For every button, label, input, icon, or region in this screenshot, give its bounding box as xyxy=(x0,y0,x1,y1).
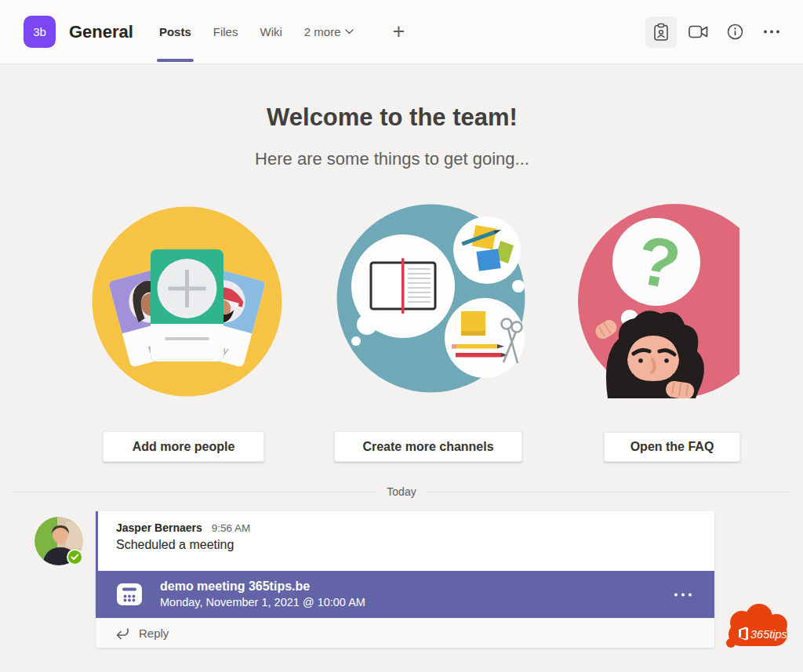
tab-more-tabs[interactable]: 2 more xyxy=(302,0,357,64)
tab-bar: Posts Files Wiki 2 more + xyxy=(157,0,405,64)
calendar-icon xyxy=(116,582,143,607)
info-icon xyxy=(727,24,743,40)
add-people-illustration: Maxine ky xyxy=(91,205,283,398)
tab-more-label: 2 more xyxy=(304,25,341,38)
message-card: Jasper Bernaers 9:56 AM Scheduled a meet… xyxy=(96,511,714,648)
channel-info-button[interactable] xyxy=(719,16,750,48)
teams-channel-view: 3b General Posts Files Wiki 2 more + xyxy=(0,0,803,672)
more-options-button[interactable] xyxy=(756,16,787,48)
welcome-subtitle: Here are some things to get going... xyxy=(0,149,784,169)
message-author[interactable]: Jasper Bernaers xyxy=(116,521,202,534)
ellipsis-icon xyxy=(674,593,692,597)
id-badge-icon xyxy=(653,23,669,42)
team-avatar[interactable]: 3b xyxy=(24,16,56,48)
reply-button[interactable]: Reply xyxy=(96,618,714,648)
faq-illustration: ? xyxy=(578,204,739,398)
header-actions xyxy=(645,16,787,48)
date-divider-label: Today xyxy=(387,485,416,498)
divider-line xyxy=(14,492,376,492)
status-available-icon xyxy=(67,549,83,565)
message-body: Scheduled a meeting xyxy=(116,538,702,552)
welcome-title: Welcome to the team! xyxy=(0,104,784,132)
add-more-people-button[interactable]: Add more people xyxy=(103,431,264,462)
message-timestamp: 9:56 AM xyxy=(212,522,251,534)
message-main[interactable]: Jasper Bernaers 9:56 AM Scheduled a meet… xyxy=(96,511,714,571)
365tips-logo: 365tips xyxy=(720,604,794,649)
date-divider: Today xyxy=(14,485,789,499)
create-more-channels-button[interactable]: Create more channels xyxy=(334,431,522,462)
meet-now-button[interactable] xyxy=(682,16,714,48)
meeting-datetime: Monday, November 1, 2021 @ 10:00 AM xyxy=(160,595,365,611)
tab-posts-label: Posts xyxy=(159,25,191,38)
meeting-card[interactable]: demo meeting 365tips.be Monday, November… xyxy=(96,571,714,618)
channel-title: General xyxy=(69,22,133,42)
add-tab-button[interactable]: + xyxy=(392,21,405,42)
chevron-down-icon xyxy=(345,29,354,35)
video-camera-icon xyxy=(689,25,708,38)
channel-header: 3b General Posts Files Wiki 2 more + xyxy=(0,0,803,64)
open-faq-button[interactable]: Open the FAQ xyxy=(604,432,740,462)
meeting-more-button[interactable] xyxy=(670,571,696,618)
meeting-title: demo meeting 365tips.be xyxy=(160,578,365,595)
divider-line xyxy=(427,492,789,492)
watermark-label: 365tips xyxy=(750,628,787,641)
tab-files[interactable]: Files xyxy=(211,0,241,64)
tab-files-label: Files xyxy=(213,25,238,38)
tab-wiki[interactable]: Wiki xyxy=(257,0,284,64)
roster-button[interactable] xyxy=(645,16,677,48)
reply-label: Reply xyxy=(139,627,169,640)
tab-posts[interactable]: Posts xyxy=(157,0,194,64)
reply-arrow-icon xyxy=(114,627,130,640)
tab-wiki-label: Wiki xyxy=(260,25,282,38)
meeting-accent-bar xyxy=(96,511,98,571)
create-channels-illustration xyxy=(336,203,526,394)
ellipsis-icon xyxy=(763,30,780,34)
